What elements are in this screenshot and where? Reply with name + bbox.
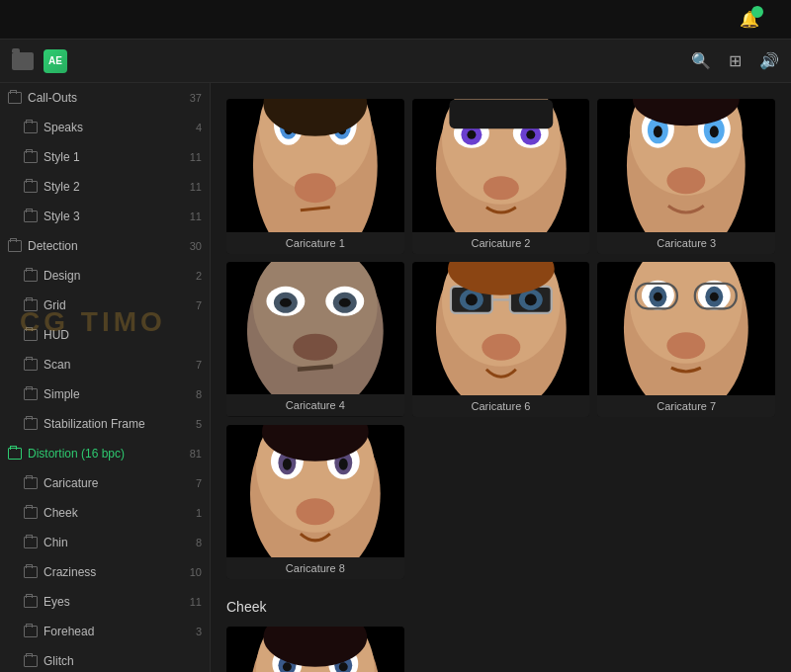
svg-point-28 [710, 126, 719, 137]
sidebar-item-speaks[interactable]: Speaks4 [0, 113, 210, 142]
caricature-grid: Caricature 1 Caricature 2 Caricature 3 [226, 99, 775, 579]
sidebar-item-count: 1 [196, 507, 202, 519]
folder-icon [8, 92, 22, 104]
folder-icon [8, 240, 22, 252]
grid-item[interactable]: Caricature 3 [597, 99, 775, 254]
folder-icon [8, 448, 22, 460]
sidebar-item-label: Style 1 [44, 150, 186, 164]
thumbnail [597, 99, 775, 232]
sidebar-item-glitch[interactable]: Glitch [0, 646, 210, 672]
volume-icon[interactable]: 🔊 [759, 51, 779, 70]
svg-point-37 [280, 298, 292, 307]
thumbnail [412, 262, 590, 395]
thumbnail [597, 262, 775, 395]
folder-icon [24, 329, 38, 341]
sidebar-item-label: Distortion (16 bpc) [28, 447, 186, 461]
svg-point-48 [524, 294, 536, 306]
grid-item[interactable]: Caricature 6 [412, 262, 590, 417]
svg-point-38 [339, 298, 351, 307]
sidebar-item-call-outs[interactable]: Call-Outs37 [0, 83, 210, 113]
folder-icon [24, 359, 38, 371]
svg-point-27 [654, 126, 662, 137]
folder-icon [24, 566, 38, 578]
sidebar-item-label: Caricature [44, 476, 192, 490]
grid-item[interactable]: Caricature 8 [226, 425, 404, 580]
item-label: Caricature 8 [226, 557, 404, 579]
sidebar-item-count: 4 [196, 122, 202, 133]
pack-logo: AE [44, 49, 67, 73]
search-icon[interactable]: 🔍 [691, 51, 711, 70]
grid-item[interactable]: Caricature 1 [226, 99, 404, 254]
sidebar-item-style-2[interactable]: Style 211 [0, 172, 210, 202]
sidebar-item-count: 10 [190, 566, 202, 578]
item-label: Caricature 6 [412, 395, 590, 417]
sidebar-item-label: HUD [44, 328, 202, 342]
folder-icon [24, 270, 38, 282]
sidebar-item-simple[interactable]: Simple8 [0, 379, 210, 409]
svg-line-40 [298, 367, 333, 370]
folder-icon [24, 418, 38, 430]
item-label: Caricature 2 [412, 232, 590, 254]
folder-icon [24, 596, 38, 608]
sidebar-item-count: 5 [196, 418, 202, 430]
cheek-section: Cheek Cheek 1 [226, 599, 775, 672]
folder-icon [24, 537, 38, 548]
sidebar-item-scan[interactable]: Scan7 [0, 350, 210, 379]
sidebar-item-design[interactable]: Design2 [0, 261, 210, 291]
sidebar-item-label: Speaks [44, 121, 192, 134]
sidebar-item-caricature[interactable]: Caricature7 [0, 468, 210, 498]
sidebar-item-count: 7 [196, 299, 202, 311]
cheek-grid: Cheek 1 [226, 627, 775, 672]
thumbnail [412, 99, 590, 232]
sidebar-item-grid[interactable]: Grid7 [0, 291, 210, 320]
sidebar-item-hud[interactable]: HUD [0, 320, 210, 350]
folder-icon [24, 626, 38, 637]
svg-point-71 [296, 498, 334, 525]
grid-item[interactable]: Caricature 2 [412, 99, 590, 254]
sidebar-item-style-1[interactable]: Style 111 [0, 142, 210, 172]
svg-point-70 [339, 459, 348, 470]
topbar: 🔔 [0, 0, 791, 40]
sidebar-item-count: 81 [190, 448, 202, 460]
sidebar-item-count: 8 [196, 388, 202, 400]
sidebar-item-cheek[interactable]: Cheek1 [0, 498, 210, 528]
notification-icon[interactable]: 🔔 [740, 10, 759, 29]
folder-icon [24, 507, 38, 519]
sidebar-item-distortion-(16-bpc)[interactable]: Distortion (16 bpc)81 [0, 439, 210, 468]
sidebar-item-forehead[interactable]: Forehead3 [0, 617, 210, 646]
sidebar-item-craziness[interactable]: Craziness10 [0, 557, 210, 587]
thumbnail [226, 262, 404, 395]
sidebar-item-count: 7 [196, 359, 202, 371]
sidebar-item-chin[interactable]: Chin8 [0, 528, 210, 557]
sidebar-item-label: Grid [44, 298, 192, 312]
item-label: Caricature 1 [226, 232, 404, 254]
svg-point-17 [467, 129, 476, 138]
svg-point-80 [339, 662, 348, 671]
grid-item[interactable]: Caricature 4 [226, 262, 404, 417]
grid-view-icon[interactable]: ⊞ [729, 51, 742, 70]
sidebar-item-label: Scan [44, 358, 192, 372]
sidebar-item-stabilization-frame[interactable]: Stabilization Frame5 [0, 409, 210, 439]
sidebar-item-label: Forehead [44, 625, 192, 638]
svg-point-8 [295, 173, 336, 203]
grid-item[interactable]: Caricature 7 [597, 262, 775, 417]
notification-badge [751, 6, 763, 18]
header: AE 🔍 ⊞ 🔊 [0, 40, 791, 83]
folder-icon [24, 477, 38, 489]
svg-point-19 [483, 176, 519, 200]
sidebar-item-label: Cheek [44, 506, 192, 520]
item-label: Caricature 3 [597, 232, 775, 254]
sidebar-item-label: Chin [44, 536, 192, 549]
sidebar-item-label: Call-Outs [28, 91, 186, 105]
grid-item[interactable]: Cheek 1 [226, 627, 404, 672]
sidebar-item-count: 11 [190, 181, 202, 193]
svg-point-47 [466, 294, 478, 306]
sidebar-item-detection[interactable]: Detection30 [0, 231, 210, 261]
folder-icon [24, 299, 38, 311]
sidebar-item-style-3[interactable]: Style 311 [0, 202, 210, 231]
folder-icon [24, 122, 38, 133]
sidebar-item-label: Simple [44, 387, 192, 401]
sidebar-item-eyes[interactable]: Eyes11 [0, 587, 210, 617]
svg-point-62 [667, 333, 706, 360]
item-label: Caricature 7 [597, 395, 775, 417]
